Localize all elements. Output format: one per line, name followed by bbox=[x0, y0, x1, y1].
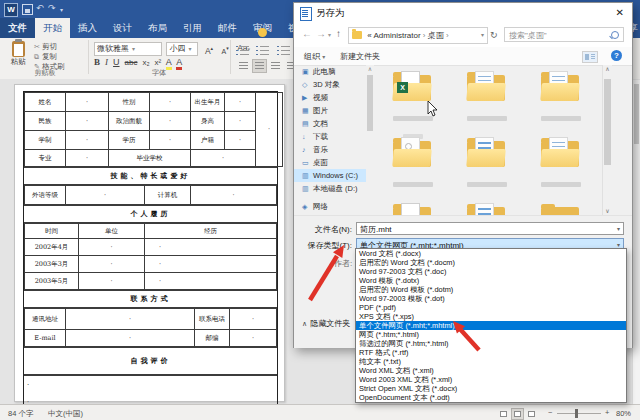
sidebar-item[interactable]: ▥Windows (C:) bbox=[294, 169, 366, 182]
multilevel-icon[interactable] bbox=[277, 45, 290, 56]
refresh-icon[interactable]: ↻ bbox=[490, 30, 498, 40]
sidebar-item[interactable]: ◈网络 bbox=[294, 200, 366, 213]
align-left-button[interactable] bbox=[236, 59, 251, 73]
underline-button[interactable]: U bbox=[113, 57, 120, 67]
filetype-option[interactable]: RTF 格式 (*.rtf) bbox=[356, 348, 626, 357]
ribbon-tab[interactable]: 插入 bbox=[70, 18, 105, 38]
ribbon-tab[interactable]: 开始 bbox=[35, 18, 70, 38]
recent-locations-icon[interactable]: ▾ bbox=[328, 31, 331, 38]
file-item[interactable] bbox=[378, 133, 448, 199]
back-icon[interactable]: ← bbox=[302, 28, 312, 39]
bullets-icon[interactable] bbox=[236, 45, 249, 56]
language-status[interactable]: 中文(中国) bbox=[48, 409, 83, 419]
forward-icon[interactable]: → bbox=[316, 28, 326, 39]
sidebar-item[interactable]: ▭桌面 bbox=[294, 156, 366, 169]
view-options-icon[interactable] bbox=[582, 51, 598, 63]
filetype-option[interactable]: Word 2003 XML 文档 (*.xml) bbox=[356, 375, 626, 384]
filetype-option[interactable]: 启用宏的 Word 文档 (*.docm) bbox=[356, 258, 626, 267]
file-item[interactable]: X bbox=[378, 67, 448, 133]
print-layout-button[interactable] bbox=[511, 408, 524, 420]
up-icon[interactable]: ↑ bbox=[336, 28, 341, 39]
filetype-option[interactable]: Word 文档 (*.docx) bbox=[356, 249, 626, 258]
skills-row-table: 外语等级 · 计算机 · bbox=[24, 185, 277, 205]
subscript-button[interactable]: x₂ bbox=[142, 58, 149, 67]
numbering-icon[interactable] bbox=[256, 45, 269, 56]
ribbon-tab[interactable]: 布局 bbox=[140, 18, 175, 38]
search-input[interactable]: 搜索"桌面" bbox=[504, 27, 624, 42]
bold-button[interactable]: B bbox=[94, 57, 100, 67]
sidebar-item[interactable]: ◇3D 对象 bbox=[294, 78, 366, 91]
cut-button[interactable]: ✂剪切 bbox=[34, 42, 65, 52]
filename-input[interactable]: 简历.mht▾ bbox=[356, 222, 624, 235]
filetype-option[interactable]: 筛选过的网页 (*.htm;*.html) bbox=[356, 339, 626, 348]
organize-button[interactable]: 组织 ▾ bbox=[304, 51, 325, 62]
sidebar-item[interactable]: ▥本地磁盘 (D:) bbox=[294, 182, 366, 195]
file-item[interactable] bbox=[526, 67, 596, 133]
file-item[interactable] bbox=[378, 199, 448, 215]
filetype-option[interactable]: 纯文本 (*.txt) bbox=[356, 357, 626, 366]
align-center-button[interactable] bbox=[252, 59, 267, 73]
help-icon[interactable]: ? bbox=[611, 50, 622, 61]
filetype-option[interactable]: Strict Open XML 文档 (*.docx) bbox=[356, 384, 626, 393]
ribbon-tab[interactable]: 设计 bbox=[105, 18, 140, 38]
zoom-level[interactable]: 80% bbox=[616, 409, 631, 418]
file-item[interactable] bbox=[452, 67, 522, 133]
filetype-option[interactable]: 启用宏的 Word 模板 (*.dotm) bbox=[356, 285, 626, 294]
sidebar-item-icon: ◇ bbox=[302, 78, 313, 91]
align-right-button[interactable] bbox=[268, 59, 283, 73]
filetype-option[interactable]: PDF (*.pdf) bbox=[356, 303, 626, 312]
new-folder-button[interactable]: 新建文件夹 bbox=[340, 51, 380, 62]
filetype-option[interactable]: OpenDocument 文本 (*.odt) bbox=[356, 393, 626, 402]
ribbon-tab[interactable]: 邮件 bbox=[210, 18, 245, 38]
sidebar-item[interactable]: ▦图片 bbox=[294, 104, 366, 117]
word-count[interactable]: 84 个字 bbox=[8, 409, 33, 419]
sidebar-item[interactable]: ▶视频 bbox=[294, 91, 366, 104]
zoom-slider-thumb[interactable] bbox=[575, 409, 578, 418]
file-item[interactable] bbox=[526, 133, 596, 199]
font-size-select[interactable]: 小四▾ bbox=[166, 42, 198, 56]
filetype-option[interactable]: 单个文件网页 (*.mht;*.mhtml) bbox=[356, 321, 626, 330]
breadcrumb[interactable]: « Administrator › 桌面 › ▾ bbox=[348, 27, 488, 44]
paste-button[interactable]: 粘贴 bbox=[6, 41, 30, 67]
breadcrumb-item[interactable]: 桌面 bbox=[428, 31, 444, 40]
redo-icon[interactable]: ↷ bbox=[48, 3, 56, 13]
filetype-option[interactable]: XPS 文档 (*.xps) bbox=[356, 312, 626, 321]
zoom-out-button[interactable]: − bbox=[548, 408, 552, 417]
file-item[interactable] bbox=[452, 199, 522, 215]
filetype-option[interactable]: 网页 (*.htm;*.html) bbox=[356, 330, 626, 339]
zoom-slider-track[interactable] bbox=[557, 413, 601, 414]
undo-icon[interactable]: ↶ bbox=[36, 3, 44, 13]
hide-folders-button[interactable]: ∧隐藏文件夹 bbox=[302, 318, 350, 329]
document-page[interactable]: 姓名· 性别· 出生年月· · 民族· 政治面貌· 身高· 学制· 学历· 户籍… bbox=[14, 84, 285, 402]
filetype-option[interactable]: Word 97-2003 文档 (*.doc) bbox=[356, 267, 626, 276]
dialog-close-icon[interactable]: ✕ bbox=[616, 7, 624, 18]
file-item[interactable] bbox=[526, 199, 596, 215]
filetype-option[interactable]: Word XML 文档 (*.xml) bbox=[356, 366, 626, 375]
zoom-in-button[interactable]: + bbox=[605, 408, 609, 417]
superscript-button[interactable]: x² bbox=[155, 58, 162, 67]
copy-button[interactable]: ⧉复制 bbox=[34, 52, 65, 62]
document-scrollbar[interactable] bbox=[632, 80, 640, 404]
filetype-option[interactable]: Word 模板 (*.dotx) bbox=[356, 276, 626, 285]
sidebar-scrollbar[interactable]: ∧ bbox=[366, 65, 374, 215]
grow-font-button[interactable]: A▴ bbox=[203, 42, 215, 58]
filetype-option[interactable]: Word 97-2003 模板 (*.dot) bbox=[356, 294, 626, 303]
ribbon-tab[interactable]: 引用 bbox=[175, 18, 210, 38]
sidebar-item[interactable]: ▤文档 bbox=[294, 117, 366, 130]
save-icon[interactable] bbox=[22, 4, 33, 15]
sidebar-item[interactable]: ▣此电脑 bbox=[294, 65, 366, 78]
strikethrough-button[interactable]: abc bbox=[125, 58, 138, 67]
font-name-select[interactable]: 微软雅黑▾ bbox=[94, 42, 162, 56]
italic-button[interactable]: I bbox=[105, 57, 108, 67]
file-item[interactable] bbox=[452, 133, 522, 199]
web-layout-button[interactable] bbox=[525, 408, 538, 420]
sidebar-item[interactable]: ↓下载 bbox=[294, 130, 366, 143]
breadcrumb-dropdown-icon[interactable]: ▾ bbox=[481, 28, 484, 43]
file-list-scrollbar[interactable]: ∧ ∨ bbox=[602, 65, 612, 215]
qa-customize-icon[interactable]: ▾ bbox=[60, 6, 63, 13]
ribbon-tab[interactable]: 文件 bbox=[0, 18, 35, 38]
sidebar-item[interactable]: ♪音乐 bbox=[294, 143, 366, 156]
read-mode-button[interactable] bbox=[497, 408, 510, 420]
breadcrumb-item[interactable]: Administrator bbox=[373, 31, 420, 40]
tell-me-icon[interactable] bbox=[258, 28, 267, 37]
